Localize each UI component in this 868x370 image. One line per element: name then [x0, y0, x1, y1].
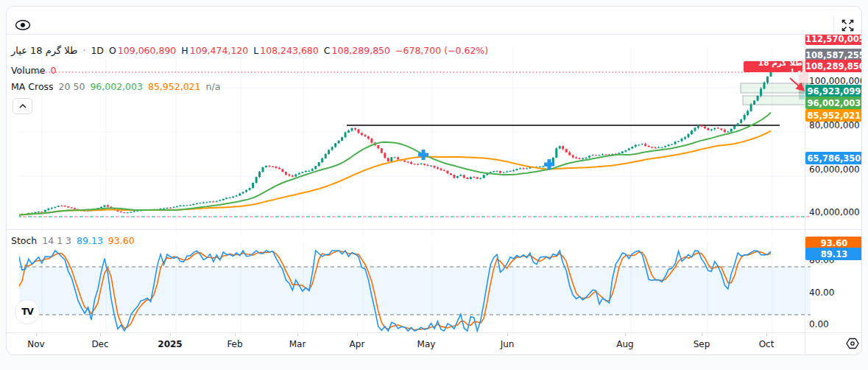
top-toolbar [7, 7, 861, 35]
stoch-axis-tick: 40.00 [809, 287, 862, 298]
tradingview-logo[interactable]: TV [15, 299, 40, 324]
price-axis-label: 96,002,003 [805, 97, 862, 109]
time-axis-label: Nov [27, 339, 44, 349]
time-axis-tickmark [100, 333, 101, 336]
price-axis-label: 96,923,099 [805, 85, 862, 97]
settings-hexagon-icon [846, 338, 859, 349]
fullscreen-button[interactable] [839, 18, 855, 32]
fullscreen-icon [841, 19, 854, 32]
time-axis-label: Oct [759, 339, 775, 349]
time-axis-label: Dec [91, 339, 108, 349]
eye-icon [15, 18, 31, 32]
price-alert-flag-text: طلا گرم 18 عیار [744, 58, 802, 76]
collapse-indicators-button[interactable] [13, 98, 32, 114]
ma-cross-legend-row[interactable]: MA Cross 20 50 96,002,003 85,952,021 n/a [11, 81, 220, 92]
stoch-label: Stoch [11, 235, 37, 246]
time-axis-label: May [417, 339, 436, 349]
symbol-legend-row[interactable]: طلا گرم 18 عیار · 1D O109,060,890 H109,4… [11, 45, 488, 56]
price-axis-tick: 60,000,000 [809, 164, 862, 175]
time-axis-tickmark [235, 333, 236, 336]
close-label: C [324, 45, 331, 56]
volume-legend-row[interactable]: Volume 0 [11, 65, 56, 76]
chart-card: طلا گرم 18 عیار · 1D O109,060,890 H109,4… [6, 6, 862, 355]
price-alert-flag[interactable]: طلا گرم 18 عیار [744, 61, 802, 72]
time-axis-label: Feb [227, 339, 242, 349]
ma-cross-label: MA Cross [11, 81, 54, 92]
axis-divider [7, 332, 861, 333]
pane-divider[interactable] [7, 229, 861, 230]
chevron-up-icon [19, 104, 27, 108]
time-scale[interactable] [7, 332, 805, 355]
time-axis-label: Apr [350, 339, 365, 349]
time-axis-label: Mar [289, 339, 306, 349]
stoch-d-value: 93.60 [108, 235, 135, 246]
high-value: 109,474,120 [190, 45, 249, 56]
high-label: H [181, 45, 188, 56]
price-axis-label: 108,289,850 [805, 60, 862, 72]
time-axis-label: Sep [694, 339, 710, 349]
low-value: 108,243,680 [260, 45, 319, 56]
volume-value: 0 [51, 65, 57, 76]
time-axis-tickmark [297, 333, 298, 336]
stoch-axis-tick: 0.00 [809, 319, 862, 329]
open-label: O [109, 45, 116, 56]
ma20-value: 96,002,003 [90, 81, 143, 92]
low-label: L [253, 45, 258, 56]
tradingview-chart-screenshot: طلا گرم 18 عیار · 1D O109,060,890 H109,4… [0, 0, 868, 370]
interval-label[interactable]: 1D [91, 45, 104, 56]
close-value: 108,289,850 [332, 45, 391, 56]
time-axis-tickmark [36, 333, 37, 336]
time-axis-tickmark [507, 333, 508, 336]
ma50-value: 85,952,021 [148, 81, 201, 92]
toolbar-divider [833, 15, 834, 34]
axis-settings-button[interactable] [844, 336, 861, 351]
time-axis-tickmark [702, 333, 702, 336]
stoch-axis-label: 89.13 [805, 248, 862, 260]
scale-divider [805, 35, 805, 355]
stoch-legend-row[interactable]: Stoch 14 1 3 89.13 93.60 [11, 235, 135, 246]
ma-cross-params: 20 50 [59, 81, 85, 92]
time-axis-label: Jun [501, 339, 515, 349]
time-axis-tickmark [426, 333, 427, 336]
ma-cross-na: n/a [206, 81, 221, 92]
volume-label: Volume [11, 65, 46, 76]
time-axis-tickmark [625, 333, 626, 336]
time-axis-tickmark [170, 333, 171, 336]
time-axis-label: 2025 [158, 339, 182, 349]
main-chart-pane[interactable] [7, 35, 805, 229]
price-axis-tick: 80,000,000 [809, 120, 862, 130]
stoch-params: 14 1 3 [42, 235, 71, 246]
symbol-name: طلا گرم 18 عیار [11, 45, 77, 56]
time-axis-tickmark [357, 333, 358, 336]
price-axis-label: 85,952,021 [805, 109, 862, 122]
eye-visibility-button[interactable] [13, 16, 33, 34]
price-axis-label: 65,786,350 [805, 152, 862, 164]
open-value: 109,060,890 [118, 45, 177, 56]
stoch-k-value: 89.13 [77, 235, 103, 246]
time-axis-label: Aug [616, 339, 633, 349]
change-value: −678,700 (−0.62%) [395, 45, 488, 56]
price-axis-tick: 40,000,000 [809, 207, 862, 217]
legend-separator: · [82, 45, 85, 56]
time-axis-tickmark [766, 333, 767, 336]
